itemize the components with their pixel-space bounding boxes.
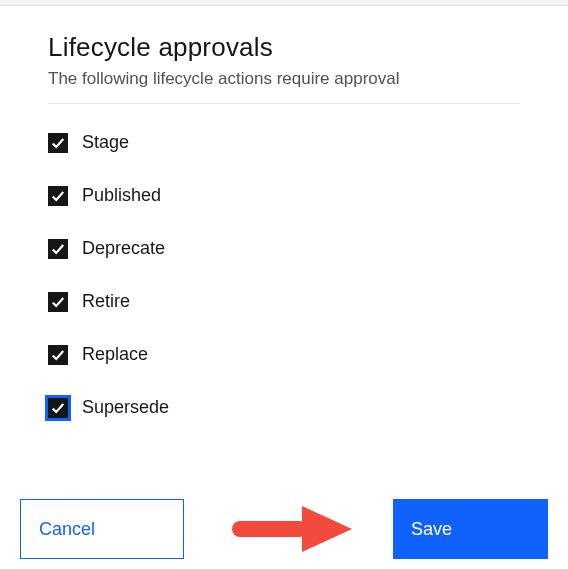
checkbox-box[interactable] [48,133,68,153]
checkbox-box[interactable] [48,345,68,365]
checkbox-box[interactable] [48,239,68,259]
button-row: Cancel Save [0,499,568,559]
annotation-arrow-wrap [184,504,393,554]
checkmark-icon [51,295,65,309]
checkbox-label: Deprecate [82,238,165,259]
checkbox-label: Replace [82,344,148,365]
lifecycle-approvals-panel: Lifecycle approvals The following lifecy… [0,6,568,418]
checkmark-icon [51,401,65,415]
checkbox-row-deprecate[interactable]: Deprecate [48,238,520,259]
checkmark-icon [51,136,65,150]
checkbox-row-published[interactable]: Published [48,185,520,206]
cancel-button[interactable]: Cancel [20,499,184,559]
save-button[interactable]: Save [393,499,548,559]
checkbox-label: Published [82,185,161,206]
checkbox-label: Stage [82,132,129,153]
checkbox-row-replace[interactable]: Replace [48,344,520,365]
page-title: Lifecycle approvals [48,32,520,63]
page-subtitle: The following lifecycle actions require … [48,69,520,89]
checkbox-label: Retire [82,291,130,312]
checkbox-row-stage[interactable]: Stage [48,132,520,153]
checkbox-box[interactable] [48,398,68,418]
svg-rect-0 [232,521,307,537]
checkbox-row-supersede[interactable]: Supersede [48,397,520,418]
checkmark-icon [51,348,65,362]
checkbox-box[interactable] [48,186,68,206]
arrow-icon [224,504,354,554]
checkmark-icon [51,189,65,203]
checkbox-box[interactable] [48,292,68,312]
checkbox-label: Supersede [82,397,169,418]
divider [48,103,520,104]
checkbox-row-retire[interactable]: Retire [48,291,520,312]
svg-marker-1 [302,506,352,552]
checkmark-icon [51,242,65,256]
checkbox-list: Stage Published Deprecate Retire Replace [48,132,520,418]
